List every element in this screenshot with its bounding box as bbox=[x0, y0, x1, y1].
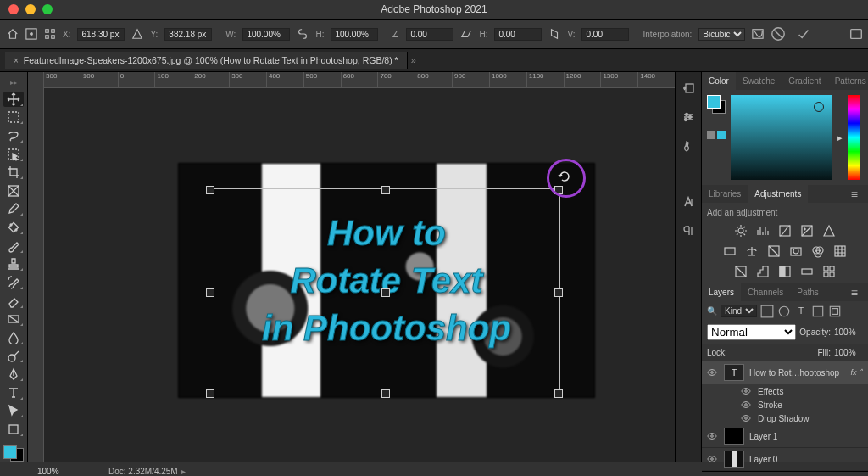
properties-panel-icon[interactable] bbox=[679, 108, 698, 126]
vibrance-icon[interactable] bbox=[822, 224, 836, 238]
tab-paths[interactable]: Paths bbox=[790, 283, 826, 301]
angle-value[interactable]: 0.00 bbox=[406, 28, 453, 41]
transform-handle-br[interactable] bbox=[554, 389, 563, 398]
threshold-icon[interactable] bbox=[778, 265, 792, 278]
transform-handle-bm[interactable] bbox=[381, 389, 390, 398]
dodge-tool[interactable] bbox=[3, 349, 24, 364]
filter-adjust-icon[interactable] bbox=[777, 305, 791, 317]
tab-gradients[interactable]: Gradient bbox=[782, 72, 827, 90]
delta-icon[interactable] bbox=[131, 27, 143, 41]
history-brush-tool[interactable] bbox=[3, 275, 24, 290]
layer-filter-kind-select[interactable]: Kind bbox=[721, 305, 757, 317]
toolbar-grip[interactable]: ▸▸ bbox=[10, 79, 17, 87]
cancel-transform-icon[interactable] bbox=[771, 26, 786, 42]
canvas-area[interactable]: 3001000100200300400500600700800900100011… bbox=[28, 72, 675, 462]
brushes-panel-icon[interactable] bbox=[679, 137, 698, 155]
skew-v-value[interactable]: 0.00 bbox=[581, 28, 629, 41]
eraser-tool[interactable] bbox=[3, 294, 24, 309]
h-value[interactable]: 100.00% bbox=[331, 28, 378, 41]
ruler-origin[interactable] bbox=[28, 72, 44, 88]
layer-effects-header[interactable]: Effects bbox=[702, 384, 868, 398]
layer-effect-stroke[interactable]: Stroke bbox=[702, 398, 868, 412]
hue-sat-icon[interactable] bbox=[723, 244, 737, 258]
reference-point-icon[interactable] bbox=[25, 27, 37, 41]
pen-tool[interactable] bbox=[3, 367, 24, 382]
transform-handle-tl[interactable] bbox=[206, 186, 214, 194]
transform-bounding-box[interactable] bbox=[209, 188, 560, 395]
eyedropper-tool[interactable] bbox=[3, 202, 24, 217]
stamp-tool[interactable] bbox=[3, 257, 24, 272]
gradient-tool[interactable] bbox=[3, 312, 24, 328]
hue-slider[interactable] bbox=[848, 95, 860, 180]
y-value[interactable]: 382.18 px bbox=[164, 28, 212, 41]
layer-row-1[interactable]: Layer 1 bbox=[702, 425, 868, 448]
layer-fx-badge[interactable]: fx ˄ bbox=[850, 368, 863, 377]
tab-layers[interactable]: Layers bbox=[702, 283, 741, 301]
character-panel-icon[interactable] bbox=[679, 193, 698, 211]
levels-icon[interactable] bbox=[756, 224, 770, 238]
close-tab-icon[interactable]: × bbox=[14, 56, 19, 65]
frame-tool[interactable] bbox=[3, 183, 24, 199]
status-menu-arrow[interactable]: ▸ bbox=[181, 467, 186, 476]
home-icon[interactable] bbox=[7, 27, 19, 41]
commit-transform-icon[interactable] bbox=[796, 26, 811, 42]
posterize-icon[interactable] bbox=[756, 265, 770, 278]
doc-size[interactable]: Doc: 2.32M/4.25M bbox=[108, 467, 178, 476]
selective-color-icon[interactable] bbox=[822, 265, 836, 278]
color-fg-bg-swatches[interactable] bbox=[707, 95, 726, 114]
color-balance-icon[interactable] bbox=[745, 244, 759, 258]
curves-icon[interactable] bbox=[778, 224, 792, 238]
healing-tool[interactable] bbox=[3, 220, 24, 235]
gradient-map-icon[interactable] bbox=[800, 265, 814, 278]
history-panel-icon[interactable] bbox=[679, 79, 698, 98]
zoom-level[interactable]: 100% bbox=[37, 467, 88, 476]
transform-handle-tm[interactable] bbox=[381, 186, 390, 194]
transform-handle-bl[interactable] bbox=[206, 389, 214, 398]
fill-value[interactable]: 100% bbox=[834, 348, 863, 357]
transform-handle-ml[interactable] bbox=[206, 288, 214, 297]
layer-effect-drop-shadow[interactable]: Drop Shadow bbox=[702, 412, 868, 425]
blend-mode-select[interactable]: Normal bbox=[707, 324, 796, 340]
color-spectrum[interactable] bbox=[731, 95, 832, 180]
paragraph-panel-icon[interactable] bbox=[679, 221, 698, 240]
tab-overflow-icon[interactable]: » bbox=[411, 55, 416, 65]
anchor-icon[interactable] bbox=[44, 27, 56, 41]
exposure-icon[interactable] bbox=[800, 224, 814, 238]
visibility-toggle[interactable] bbox=[707, 367, 719, 378]
x-value[interactable]: 618.30 px bbox=[77, 28, 125, 41]
tab-adjustments[interactable]: Adjustments bbox=[748, 185, 808, 203]
filter-smart-icon[interactable] bbox=[828, 305, 842, 317]
visibility-toggle[interactable] bbox=[707, 454, 719, 464]
document-tab[interactable]: × FeaturedImage-Speakers-1200x675.jpg @ … bbox=[5, 52, 408, 69]
marquee-tool[interactable] bbox=[3, 110, 24, 126]
path-select-tool[interactable] bbox=[3, 404, 24, 419]
tab-color[interactable]: Color bbox=[702, 72, 736, 90]
color-mode-toggle[interactable] bbox=[707, 131, 726, 139]
vertical-ruler[interactable] bbox=[28, 87, 44, 462]
interpolation-select[interactable]: Bicubic bbox=[698, 28, 745, 41]
layer-name[interactable]: Layer 0 bbox=[749, 455, 863, 464]
layer-row-text[interactable]: T How to Rot…hootoshop fx ˄ bbox=[702, 361, 868, 384]
link-wh-icon[interactable] bbox=[297, 27, 309, 41]
tab-swatches[interactable]: Swatche bbox=[736, 72, 782, 90]
transform-handle-center[interactable] bbox=[381, 288, 390, 297]
layers-panel-menu-icon[interactable]: ≡ bbox=[844, 285, 865, 300]
photo-filter-icon[interactable] bbox=[789, 244, 803, 258]
layer-name[interactable]: How to Rot…hootoshop bbox=[749, 368, 845, 378]
crop-tool[interactable] bbox=[3, 165, 24, 181]
tab-channels[interactable]: Channels bbox=[741, 283, 790, 301]
brightness-icon[interactable] bbox=[734, 224, 748, 238]
tab-patterns[interactable]: Patterns bbox=[828, 72, 868, 90]
filter-search-icon[interactable]: 🔍 bbox=[707, 306, 717, 316]
w-value[interactable]: 100.00% bbox=[242, 28, 290, 41]
shape-tool[interactable] bbox=[3, 422, 24, 437]
horizontal-ruler[interactable]: 3001000100200300400500600700800900100011… bbox=[43, 72, 675, 88]
tab-libraries[interactable]: Libraries bbox=[702, 185, 748, 203]
layer-row-0[interactable]: Layer 0 bbox=[702, 448, 868, 471]
blur-tool[interactable] bbox=[3, 330, 24, 345]
object-select-tool[interactable] bbox=[3, 147, 24, 162]
warp-mode-icon[interactable] bbox=[752, 27, 764, 41]
foreground-background-swatches[interactable] bbox=[3, 445, 24, 462]
skew-h-value[interactable]: 0.00 bbox=[494, 28, 542, 41]
layer-name[interactable]: Layer 1 bbox=[749, 432, 863, 441]
